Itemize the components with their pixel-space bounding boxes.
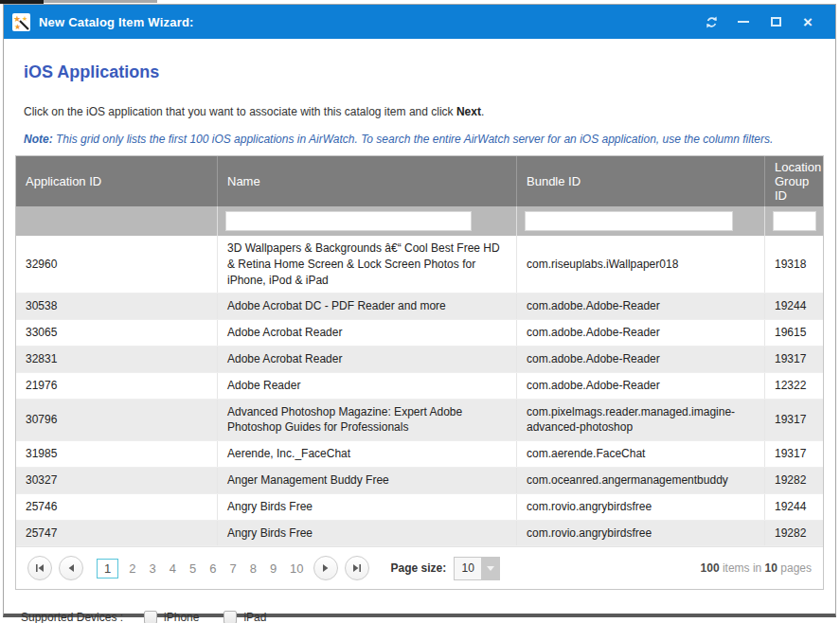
cell-application-id: 30538 xyxy=(16,294,218,319)
filter-cell-name xyxy=(218,206,517,236)
table-row[interactable]: 25746Angry Birds Freecom.rovio.angrybird… xyxy=(16,494,823,521)
cell-name: Anger Management Buddy Free xyxy=(218,468,517,493)
cell-application-id: 25747 xyxy=(16,521,218,546)
cell-application-id: 31985 xyxy=(16,441,218,467)
table-body: 329603D Wallpapers & Backgrounds â€“ Coo… xyxy=(16,236,823,546)
first-page-button[interactable] xyxy=(27,556,52,580)
table-row[interactable]: 31985Aerende, Inc._FaceChatcom.aerende.F… xyxy=(16,441,823,468)
dialog-content: iOS Applications Click on the iOS applic… xyxy=(4,62,835,623)
previous-page-icon xyxy=(66,563,76,573)
pager-pages: 12345678910 xyxy=(93,559,311,578)
cell-application-id: 32960 xyxy=(16,236,218,293)
page-number-7[interactable]: 7 xyxy=(229,561,236,576)
page-number-3[interactable]: 3 xyxy=(149,561,155,576)
window-title: New Catalog Item Wizard: xyxy=(39,15,695,29)
cell-bundle-id: com.rovio.angrybirdsfree xyxy=(517,494,765,520)
refresh-button[interactable] xyxy=(695,9,727,34)
ipad-checkbox[interactable] xyxy=(223,611,237,623)
next-page-button[interactable] xyxy=(313,556,338,580)
page-number-6[interactable]: 6 xyxy=(209,561,216,576)
table-row[interactable]: 30538Adobe Acrobat DC - PDF Reader and m… xyxy=(16,294,823,320)
column-header-bundle-id[interactable]: Bundle ID xyxy=(517,156,765,206)
close-icon: × xyxy=(803,14,813,30)
table-row[interactable]: 329603D Wallpapers & Backgrounds â€“ Coo… xyxy=(16,236,823,294)
title-bar: ★ ★ ★ New Catalog Item Wizard: × xyxy=(4,5,835,39)
instruction-next-emphasis: Next xyxy=(456,105,481,118)
column-header-name[interactable]: Name xyxy=(218,156,517,206)
svg-text:★: ★ xyxy=(22,15,27,22)
pagination-bar: 12345678910 Page size: 10 100 items in 1… xyxy=(16,546,823,589)
page-title: iOS Applications xyxy=(24,62,824,82)
page-number-4[interactable]: 4 xyxy=(170,561,176,576)
ipad-checkbox-group[interactable]: iPad xyxy=(223,611,266,623)
note-label: Note: xyxy=(24,133,53,146)
instruction-prefix: Click on the iOS application that you wa… xyxy=(24,105,456,118)
cell-location-group-id: 19317 xyxy=(765,441,823,467)
items-text: items in xyxy=(720,561,765,575)
maximize-icon xyxy=(771,17,781,27)
svg-text:★: ★ xyxy=(14,23,21,31)
page-number-9[interactable]: 9 xyxy=(270,561,277,576)
page-number-8[interactable]: 8 xyxy=(250,561,257,576)
cell-application-id: 30327 xyxy=(16,468,218,493)
grid-filter-row xyxy=(16,206,823,236)
filter-cell-application-id xyxy=(16,206,218,236)
screen-edge-fragment-gray xyxy=(44,0,157,3)
cell-application-id: 25746 xyxy=(16,494,218,520)
cell-name: Adobe Reader xyxy=(218,373,517,399)
cell-location-group-id: 12322 xyxy=(765,373,823,399)
pager-summary: 100 items in 10 pages xyxy=(701,561,812,575)
iphone-checkbox[interactable] xyxy=(144,611,157,623)
cell-name: 3D Wallpapers & Backgrounds â€“ Cool Bes… xyxy=(218,236,517,293)
cell-name: Angry Birds Free xyxy=(218,521,517,546)
ipad-checkbox-label: iPad xyxy=(243,611,266,623)
page-size-dropdown-button[interactable] xyxy=(481,558,499,579)
maximize-button[interactable] xyxy=(760,9,792,34)
table-row[interactable]: 25747Angry Birds Freecom.rovio.angrybird… xyxy=(16,521,823,547)
table-row[interactable]: 21976Adobe Readercom.adobe.Adobe-Reader1… xyxy=(16,373,823,400)
table-row[interactable]: 33065Adobe Acrobat Readercom.adobe.Adobe… xyxy=(16,320,823,347)
previous-page-button[interactable] xyxy=(59,556,83,580)
table-row[interactable]: 30796Advanced Photoshop Magazine: Expert… xyxy=(16,400,823,442)
instruction-suffix: . xyxy=(481,105,484,118)
pages-count: 10 xyxy=(765,561,777,575)
iphone-checkbox-group[interactable]: iPhone xyxy=(144,611,199,623)
table-row[interactable]: 30327Anger Management Buddy Freecom.ocea… xyxy=(16,468,823,494)
cell-name: Adobe Acrobat Reader xyxy=(218,347,517,372)
last-page-icon xyxy=(352,563,362,573)
wizard-app-icon: ★ ★ ★ xyxy=(12,13,30,31)
column-header-application-id[interactable]: Application ID xyxy=(16,156,218,206)
cell-bundle-id: com.oceanred.angermanagementbuddy xyxy=(517,468,765,493)
supported-devices-row: Supported Devices : iPhone iPad xyxy=(21,611,824,623)
table-row[interactable]: 32831Adobe Acrobat Readercom.adobe.Adobe… xyxy=(16,347,823,373)
iphone-checkbox-label: iPhone xyxy=(164,611,199,623)
page-number-10[interactable]: 10 xyxy=(290,561,303,576)
cell-bundle-id: com.riseuplabs.iWallpaper018 xyxy=(517,236,765,293)
page-number-2[interactable]: 2 xyxy=(129,561,135,576)
cell-bundle-id: com.adobe.Adobe-Reader xyxy=(517,294,765,319)
instruction-text: Click on the iOS application that you wa… xyxy=(24,105,824,118)
cell-location-group-id: 19615 xyxy=(765,320,823,346)
column-header-location-group-id[interactable]: Location Group ID xyxy=(765,156,831,206)
note-text: Note: This grid only lists the first 100… xyxy=(24,133,824,146)
cell-location-group-id: 19282 xyxy=(765,468,823,493)
cell-name: Adobe Acrobat Reader xyxy=(218,320,517,346)
chevron-down-icon xyxy=(487,566,494,571)
refresh-icon xyxy=(705,15,719,29)
cell-bundle-id: com.aerende.FaceChat xyxy=(517,441,765,467)
last-page-button[interactable] xyxy=(345,556,369,580)
cell-location-group-id: 19318 xyxy=(765,236,823,293)
page-size-select[interactable]: 10 xyxy=(454,557,500,580)
next-page-icon xyxy=(321,563,331,573)
bundle-id-filter-input[interactable] xyxy=(525,211,733,231)
minimize-button[interactable] xyxy=(727,9,760,34)
note-body: This grid only lists the first 100 iOS a… xyxy=(53,133,774,146)
close-button[interactable]: × xyxy=(792,9,824,34)
cell-bundle-id: com.adobe.Adobe-Reader xyxy=(517,347,765,372)
page-number-5[interactable]: 5 xyxy=(189,561,196,576)
location-group-id-filter-input[interactable] xyxy=(773,211,816,231)
name-filter-input[interactable] xyxy=(225,211,472,231)
cell-location-group-id: 19317 xyxy=(765,347,823,372)
cell-location-group-id: 19244 xyxy=(765,294,823,319)
page-number-1[interactable]: 1 xyxy=(97,559,118,578)
